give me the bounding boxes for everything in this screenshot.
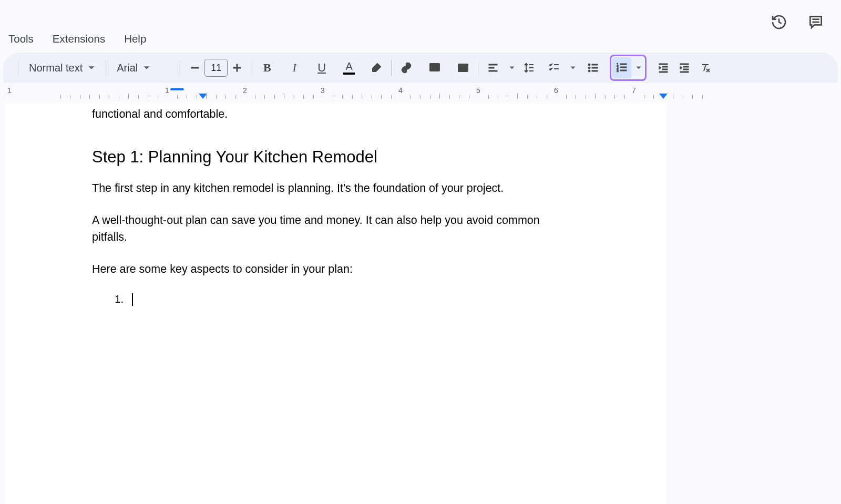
font-size-input[interactable]: 11 bbox=[204, 59, 228, 77]
bold-button[interactable]: B bbox=[258, 57, 276, 78]
paragraph[interactable]: Here are some key aspects to consider in… bbox=[92, 261, 576, 277]
clear-formatting-button[interactable] bbox=[696, 57, 715, 78]
page[interactable]: functional and comfortable. Step 1: Plan… bbox=[5, 103, 666, 504]
font-size-value: 11 bbox=[211, 63, 221, 74]
svg-rect-37 bbox=[680, 71, 689, 73]
svg-rect-21 bbox=[592, 67, 598, 68]
svg-rect-23 bbox=[592, 70, 598, 71]
svg-rect-32 bbox=[662, 69, 668, 70]
font-size-decrease-button[interactable] bbox=[186, 57, 204, 78]
menu-tools[interactable]: Tools bbox=[6, 30, 36, 47]
highlight-color-button[interactable] bbox=[367, 57, 386, 78]
document-body[interactable]: functional and comfortable. Step 1: Plan… bbox=[92, 103, 576, 306]
numbered-list-highlight: 123 bbox=[610, 55, 647, 81]
svg-rect-19 bbox=[592, 64, 598, 65]
svg-rect-35 bbox=[683, 66, 689, 67]
svg-rect-30 bbox=[659, 64, 668, 65]
list-number: 1. bbox=[113, 293, 124, 305]
svg-rect-33 bbox=[659, 71, 668, 73]
svg-rect-2 bbox=[191, 67, 199, 68]
decrease-indent-button[interactable] bbox=[654, 57, 673, 78]
chevron-down-icon bbox=[88, 62, 95, 74]
svg-rect-10 bbox=[489, 64, 497, 65]
ruler-number: 3 bbox=[321, 86, 325, 95]
paragraph-style-label: Normal text bbox=[29, 62, 83, 74]
ruler-number: 4 bbox=[398, 86, 403, 95]
svg-rect-29 bbox=[620, 70, 627, 71]
increase-indent-button[interactable] bbox=[675, 57, 694, 78]
svg-point-20 bbox=[588, 67, 590, 69]
paragraph[interactable]: A well-thought-out plan can save you tim… bbox=[92, 212, 576, 245]
text-color-button[interactable]: A bbox=[340, 57, 358, 78]
text-cursor bbox=[132, 293, 133, 306]
svg-rect-11 bbox=[489, 67, 494, 68]
font-size-increase-button[interactable] bbox=[228, 57, 247, 78]
svg-rect-36 bbox=[683, 69, 689, 70]
line-spacing-button[interactable] bbox=[519, 57, 538, 78]
svg-point-22 bbox=[588, 70, 590, 72]
paragraph-fragment[interactable]: functional and comfortable. bbox=[92, 106, 576, 122]
ruler[interactable]: 11234567 bbox=[3, 83, 838, 99]
ruler-number: 6 bbox=[554, 86, 558, 95]
menu-help[interactable]: Help bbox=[122, 30, 148, 47]
numbered-list-chevron-icon[interactable] bbox=[631, 65, 644, 71]
svg-rect-34 bbox=[680, 64, 689, 65]
align-chevron-icon[interactable] bbox=[505, 65, 517, 71]
ruler-number: 5 bbox=[476, 86, 480, 95]
heading-step1[interactable]: Step 1: Planning Your Kitchen Remodel bbox=[92, 148, 576, 167]
menu-extensions[interactable]: Extensions bbox=[50, 30, 107, 47]
first-line-indent-marker[interactable] bbox=[170, 88, 184, 90]
align-button[interactable] bbox=[484, 57, 502, 78]
numbered-list-button[interactable]: 123 bbox=[612, 57, 631, 78]
svg-point-9 bbox=[460, 66, 462, 68]
font-family-label: Arial bbox=[117, 62, 138, 74]
svg-rect-4 bbox=[237, 64, 238, 71]
svg-rect-31 bbox=[662, 66, 668, 67]
ruler-number: 1 bbox=[7, 86, 12, 95]
paragraph[interactable]: The first step in any kitchen remodel is… bbox=[92, 180, 576, 197]
svg-rect-25 bbox=[620, 64, 627, 65]
ruler-number: 7 bbox=[632, 86, 636, 95]
comments-icon[interactable] bbox=[807, 14, 824, 30]
ruler-number: 2 bbox=[243, 86, 247, 95]
paragraph-style-dropdown[interactable]: Normal text bbox=[24, 57, 100, 78]
ruler-number: 1 bbox=[165, 86, 169, 95]
add-comment-button[interactable] bbox=[425, 57, 444, 78]
insert-link-button[interactable] bbox=[397, 57, 416, 78]
toolbar: Normal text Arial 11 B I U A bbox=[3, 53, 838, 83]
bulleted-list-button[interactable] bbox=[583, 57, 602, 78]
left-indent-marker[interactable] bbox=[199, 94, 207, 99]
svg-text:3: 3 bbox=[617, 69, 619, 73]
page-container: functional and comfortable. Step 1: Plan… bbox=[3, 103, 838, 504]
font-family-dropdown[interactable]: Arial bbox=[111, 57, 175, 78]
svg-rect-12 bbox=[489, 70, 497, 71]
numbered-list[interactable]: 1. bbox=[113, 293, 576, 306]
menubar: Tools Extensions Help bbox=[0, 0, 841, 53]
insert-image-button[interactable] bbox=[454, 57, 473, 78]
version-history-icon[interactable] bbox=[771, 14, 787, 30]
italic-button[interactable]: I bbox=[285, 57, 304, 78]
chevron-down-icon bbox=[143, 62, 150, 74]
checklist-chevron-icon[interactable] bbox=[566, 65, 578, 71]
checklist-button[interactable] bbox=[545, 57, 563, 78]
svg-rect-27 bbox=[620, 67, 627, 68]
list-item[interactable]: 1. bbox=[113, 293, 576, 306]
svg-point-18 bbox=[588, 64, 590, 66]
right-indent-marker[interactable] bbox=[659, 94, 668, 99]
underline-button[interactable]: U bbox=[312, 57, 331, 78]
